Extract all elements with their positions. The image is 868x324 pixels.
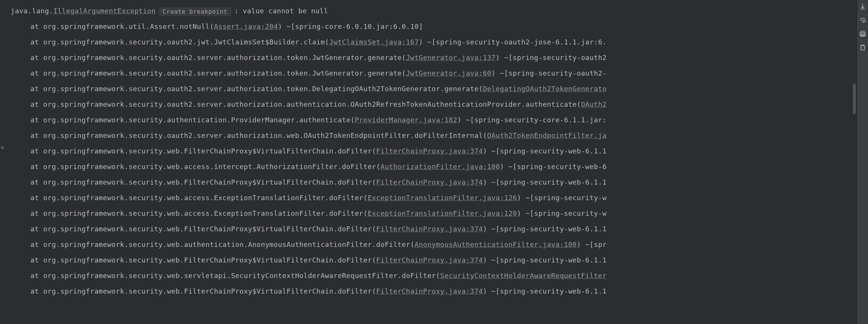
stack-frame[interactable]: at org.springframework.security.oauth2.s… bbox=[8, 96, 857, 112]
stack-frame-method: at org.springframework.security.oauth2.s… bbox=[30, 85, 483, 93]
source-file-link[interactable]: ExceptionTranslationFilter.java:126 bbox=[368, 194, 517, 202]
stack-frame-jar: ) ~[spring-security-web-6.1.1 bbox=[483, 256, 607, 264]
stack-frame-jar: ) ~[spring-security-w bbox=[517, 209, 607, 217]
stack-frame-method: at org.springframework.util.Assert.notNu… bbox=[30, 22, 214, 30]
exception-line[interactable]: java.lang.IllegalArgumentExceptionCreate… bbox=[8, 3, 857, 19]
vertical-scrollbar[interactable] bbox=[852, 0, 857, 324]
stack-frame-jar: ) ~[spring-security-web-6.1.1 bbox=[483, 225, 607, 233]
stack-frame-method: at org.springframework.security.web.Filt… bbox=[30, 178, 376, 186]
source-file-link[interactable]: FilterChainProxy.java:374 bbox=[376, 225, 483, 233]
create-breakpoint-inlay[interactable]: Create breakpoint bbox=[159, 7, 231, 16]
stack-frame[interactable]: at org.springframework.security.web.Filt… bbox=[8, 252, 857, 268]
stack-frame-jar: ) ~[spring-security-web-6.1.1 bbox=[483, 147, 607, 155]
stack-frame-jar: ) ~[spring-security-w bbox=[517, 194, 607, 202]
stack-frame[interactable]: at org.springframework.security.web.acce… bbox=[8, 159, 857, 174]
source-file-link[interactable]: SecurityContextHolderAwareRequestFilter bbox=[440, 272, 607, 280]
source-file-link[interactable]: JwtGenerator.java:137 bbox=[406, 54, 496, 62]
stack-frame[interactable]: at org.springframework.security.web.auth… bbox=[8, 237, 857, 252]
exception-message: : value cannot be null bbox=[234, 7, 328, 15]
stack-frame-jar: ) ~[spring-security-oauth2- bbox=[492, 69, 607, 77]
stack-frame[interactable]: at org.springframework.security.oauth2.s… bbox=[8, 65, 857, 81]
stack-frame-method: at org.springframework.security.web.auth… bbox=[30, 240, 414, 248]
stack-frame[interactable]: at org.springframework.security.web.acce… bbox=[8, 205, 857, 221]
soft-wrap-icon[interactable] bbox=[859, 17, 866, 24]
stack-frame-method: at org.springframework.security.oauth2.s… bbox=[30, 131, 487, 139]
stack-frame[interactable]: at org.springframework.security.web.Filt… bbox=[8, 283, 857, 299]
right-toolbar bbox=[857, 0, 868, 324]
stack-frame[interactable]: at org.springframework.security.oauth2.s… bbox=[8, 128, 857, 143]
stack-frame[interactable]: at org.springframework.util.Assert.notNu… bbox=[8, 19, 857, 34]
stack-frame-method: at org.springframework.security.web.acce… bbox=[30, 163, 380, 171]
source-file-link[interactable]: FilterChainProxy.java:374 bbox=[376, 256, 483, 264]
source-file-link[interactable]: DelegatingOAuth2TokenGenerato bbox=[483, 85, 607, 93]
stack-frame[interactable]: at org.springframework.security.oauth2.j… bbox=[8, 34, 857, 50]
console-output[interactable]: java.lang.IllegalArgumentExceptionCreate… bbox=[8, 0, 857, 324]
stack-frame-method: at org.springframework.security.web.Filt… bbox=[30, 225, 376, 233]
source-file-link[interactable]: JwtGenerator.java:60 bbox=[406, 69, 492, 77]
source-file-link[interactable]: OAuth2 bbox=[581, 100, 607, 108]
stack-frame[interactable]: at org.springframework.security.oauth2.s… bbox=[8, 50, 857, 65]
source-file-link[interactable]: OAuth2TokenEndpointFilter.ja bbox=[487, 131, 607, 139]
expand-fold-icon[interactable]: ⊞ bbox=[1, 144, 4, 150]
gutter: ⊞ bbox=[0, 0, 8, 324]
stack-frame-jar: ) ~[spring-security-web-6 bbox=[500, 163, 607, 171]
stack-frame-method: at org.springframework.security.authenti… bbox=[30, 116, 355, 124]
stack-frame-method: at org.springframework.security.web.serv… bbox=[30, 272, 440, 280]
stack-frame-method: at org.springframework.security.oauth2.s… bbox=[30, 54, 406, 62]
exception-class-link[interactable]: IllegalArgumentException bbox=[53, 7, 156, 15]
stack-frame-method: at org.springframework.security.web.Filt… bbox=[30, 287, 376, 295]
vertical-scrollbar-thumb[interactable] bbox=[853, 84, 856, 114]
exception-package: java.lang. bbox=[11, 7, 53, 15]
stack-frame-method: at org.springframework.security.oauth2.s… bbox=[30, 69, 406, 77]
print-icon[interactable] bbox=[859, 30, 866, 37]
stack-frame-method: at org.springframework.security.web.Filt… bbox=[30, 147, 376, 155]
stack-frame-jar: ) ~[spring-core-6.0.10.jar:6.0.10] bbox=[278, 22, 423, 30]
stack-frame[interactable]: at org.springframework.security.oauth2.s… bbox=[8, 81, 857, 96]
stack-frame[interactable]: at org.springframework.security.web.Filt… bbox=[8, 174, 857, 190]
source-file-link[interactable]: FilterChainProxy.java:374 bbox=[376, 178, 483, 186]
stack-frame-method: at org.springframework.security.oauth2.s… bbox=[30, 100, 581, 108]
stack-frame-jar: ) ~[spr bbox=[577, 240, 607, 248]
stack-frame-jar: ) ~[spring-security-web-6.1.1 bbox=[483, 287, 607, 295]
scroll-to-end-icon[interactable] bbox=[859, 3, 866, 10]
source-file-link[interactable]: ProviderManager.java:182 bbox=[355, 116, 457, 124]
stack-frame-jar: ) ~[spring-security-core-6.1.1.jar: bbox=[457, 116, 607, 124]
stack-frame[interactable]: at org.springframework.security.authenti… bbox=[8, 112, 857, 128]
source-file-link[interactable]: Assert.java:204 bbox=[214, 22, 278, 30]
source-file-link[interactable]: FilterChainProxy.java:374 bbox=[376, 147, 483, 155]
stack-frame-jar: ) ~[spring-security-web-6.1.1 bbox=[483, 178, 607, 186]
stack-frame[interactable]: at org.springframework.security.web.acce… bbox=[8, 190, 857, 205]
source-file-link[interactable]: ExceptionTranslationFilter.java:120 bbox=[368, 209, 517, 217]
stack-frame-method: at org.springframework.security.oauth2.j… bbox=[30, 38, 329, 46]
stack-frame[interactable]: at org.springframework.security.web.Filt… bbox=[8, 221, 857, 237]
stack-frame[interactable]: at org.springframework.security.web.Filt… bbox=[8, 143, 857, 159]
source-file-link[interactable]: JwtClaimsSet.java:167 bbox=[329, 38, 419, 46]
stack-frame-jar: ) ~[spring-security-oauth2-jose-6.1.1.ja… bbox=[419, 38, 607, 46]
stack-frame[interactable]: at org.springframework.security.web.serv… bbox=[8, 268, 857, 283]
clear-all-icon[interactable] bbox=[859, 44, 866, 51]
stack-frame-method: at org.springframework.security.web.Filt… bbox=[30, 256, 376, 264]
stack-frame-method: at org.springframework.security.web.acce… bbox=[30, 209, 368, 217]
source-file-link[interactable]: FilterChainProxy.java:374 bbox=[376, 287, 483, 295]
stack-frame-jar: ) ~[spring-security-oauth2 bbox=[496, 54, 607, 62]
stack-frame-method: at org.springframework.security.web.acce… bbox=[30, 194, 368, 202]
source-file-link[interactable]: AuthorizationFilter.java:100 bbox=[380, 163, 500, 171]
source-file-link[interactable]: AnonymousAuthenticationFilter.java:100 bbox=[414, 240, 577, 248]
